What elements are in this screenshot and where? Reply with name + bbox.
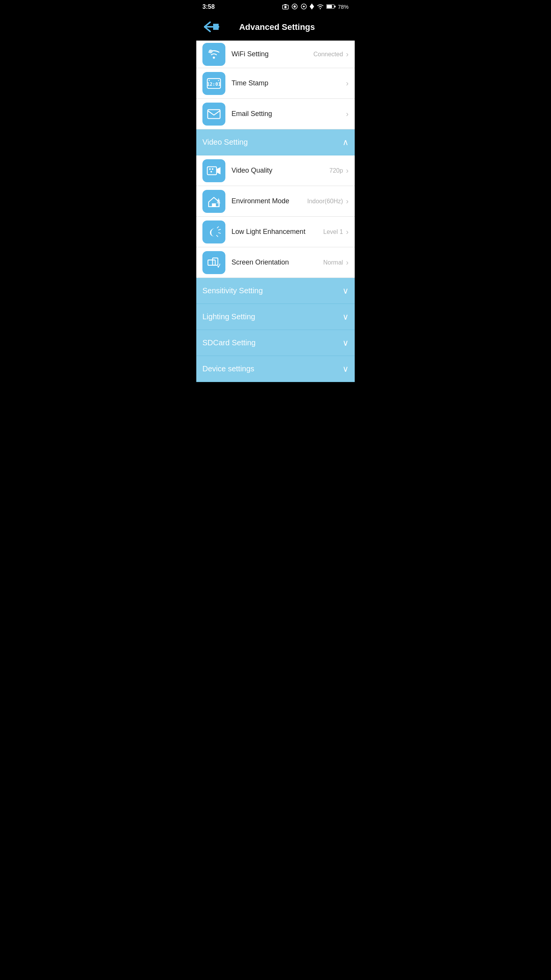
screen-orientation-icon: [202, 251, 225, 274]
svg-rect-20: [208, 109, 220, 118]
battery-percent: 78%: [338, 4, 349, 10]
video-quality-chevron-icon: ›: [346, 166, 349, 175]
sdcard-setting-label: SDCard Setting: [202, 338, 256, 347]
screen-orientation-chevron-icon: ›: [346, 258, 349, 267]
email-setting-icon: [202, 103, 225, 126]
back-button[interactable]: [202, 18, 221, 36]
svg-point-22: [209, 168, 210, 170]
device-settings-section-header[interactable]: Device settings ∨: [196, 356, 355, 382]
sensitivity-setting-section-header[interactable]: Sensitivity Setting ∨: [196, 278, 355, 304]
low-light-chevron-icon: ›: [346, 227, 349, 236]
list-item-wifi[interactable]: WiFi Setting Connected ›: [196, 41, 355, 68]
battery-icon: [326, 4, 336, 10]
list-item-video-quality[interactable]: Video Quality 720p ›: [196, 155, 355, 186]
svg-rect-33: [208, 260, 215, 265]
svg-rect-9: [327, 5, 332, 8]
low-light-icon: [202, 220, 225, 243]
wifi-setting-label: WiFi Setting: [231, 50, 313, 58]
status-bar: 3:58: [196, 0, 355, 14]
environment-mode-icon: [202, 190, 225, 213]
svg-point-11: [213, 56, 215, 59]
svg-line-31: [218, 232, 220, 233]
svg-point-1: [284, 6, 287, 8]
time-stamp-label: Time Stamp: [231, 79, 343, 87]
circle-icon-1: [291, 3, 298, 11]
lighting-setting-label: Lighting Setting: [202, 312, 255, 321]
sdcard-setting-section-header[interactable]: SDCard Setting ∨: [196, 330, 355, 356]
list-item-screen-orientation[interactable]: Screen Orientation Normal ›: [196, 247, 355, 278]
video-setting-section-header[interactable]: Video Setting ∧: [196, 129, 355, 155]
screen-orientation-label: Screen Orientation: [231, 258, 323, 266]
svg-point-23: [212, 168, 213, 170]
email-setting-label: Email Setting: [231, 110, 343, 118]
list-item-environment-mode[interactable]: Environment Mode Indoor(60Hz) ›: [196, 186, 355, 217]
wifi-setting-icon: [202, 43, 225, 66]
environment-mode-value: Indoor(60Hz): [307, 198, 343, 205]
sensitivity-setting-label: Sensitivity Setting: [202, 286, 263, 295]
email-setting-chevron-icon: ›: [346, 109, 349, 118]
svg-point-19: [218, 80, 219, 81]
svg-point-18: [209, 80, 210, 81]
video-quality-label: Video Quality: [231, 167, 329, 175]
svg-line-29: [217, 227, 218, 228]
header: Advanced Settings: [196, 14, 355, 41]
video-quality-icon: [202, 159, 225, 182]
svg-marker-28: [217, 198, 220, 201]
status-time: 3:58: [202, 3, 215, 10]
svg-text:12:01: 12:01: [207, 82, 221, 87]
svg-rect-10: [334, 5, 336, 7]
content-area: WiFi Setting Connected › 12:01 Time Stam…: [196, 41, 355, 382]
device-settings-label: Device settings: [202, 364, 254, 373]
wifi-setting-value: Connected: [313, 51, 343, 58]
svg-point-24: [210, 171, 212, 172]
svg-rect-25: [212, 203, 216, 207]
circle-icon-2: [300, 3, 307, 11]
svg-point-7: [320, 8, 321, 9]
low-light-label: Low Light Enhancement: [231, 228, 323, 236]
status-icons: 78%: [282, 3, 349, 11]
environment-mode-label: Environment Mode: [231, 197, 307, 205]
list-item-low-light[interactable]: Low Light Enhancement Level 1 ›: [196, 217, 355, 247]
photo-icon: [282, 3, 289, 11]
svg-rect-2: [284, 4, 287, 5]
svg-line-32: [217, 235, 218, 236]
wifi-chevron-icon: ›: [346, 50, 349, 59]
svg-marker-6: [310, 3, 314, 10]
sdcard-setting-chevron-icon: ∨: [342, 338, 349, 348]
device-settings-chevron-icon: ∨: [342, 364, 349, 374]
sensitivity-setting-chevron-icon: ∨: [342, 286, 349, 296]
screen-orientation-value: Normal: [323, 259, 343, 266]
list-item-email-setting[interactable]: Email Setting ›: [196, 99, 355, 129]
lighting-setting-chevron-icon: ∨: [342, 312, 349, 322]
time-stamp-icon: 12:01: [202, 72, 225, 95]
wifi-icon: [316, 3, 324, 11]
page-title: Advanced Settings: [225, 22, 329, 32]
video-quality-value: 720p: [329, 167, 343, 174]
svg-rect-21: [207, 167, 217, 175]
time-stamp-chevron-icon: ›: [346, 79, 349, 88]
environment-mode-chevron-icon: ›: [346, 197, 349, 206]
lighting-setting-section-header[interactable]: Lighting Setting ∨: [196, 304, 355, 330]
diamond-icon: [310, 3, 314, 11]
video-setting-chevron-up-icon: ∧: [342, 137, 349, 147]
svg-line-30: [218, 229, 220, 230]
video-setting-section-label: Video Setting: [202, 138, 248, 147]
list-item-time-stamp[interactable]: 12:01 Time Stamp ›: [196, 68, 355, 99]
svg-point-4: [293, 5, 296, 8]
low-light-value: Level 1: [323, 229, 343, 235]
